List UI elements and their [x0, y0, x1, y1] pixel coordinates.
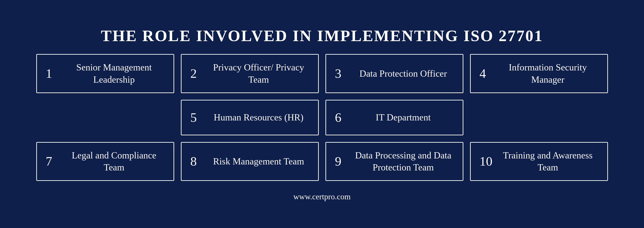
- card-5: 5 Human Resources (HR): [181, 100, 319, 135]
- card-7-label: Legal and Compliance Team: [64, 149, 164, 174]
- card-9-label: Data Processing and Data Protection Team: [353, 149, 454, 174]
- website-url: www.certpro.com: [294, 192, 351, 201]
- card-7-number: 7: [46, 155, 59, 168]
- card-3-number: 3: [335, 67, 348, 80]
- card-2-label: Privacy Officer/ Privacy Team: [208, 61, 309, 86]
- card-1: 1 Senior Management Leadership: [36, 54, 174, 93]
- card-3-label: Data Protection Officer: [353, 68, 454, 80]
- card-1-label: Senior Management Leadership: [64, 61, 164, 86]
- row-3: 7 Legal and Compliance Team 8 Risk Manag…: [22, 142, 622, 181]
- card-9-number: 9: [335, 155, 348, 168]
- card-4-label: Information Security Manager: [498, 61, 598, 86]
- card-5-number: 5: [190, 111, 204, 124]
- card-8-label: Risk Management Team: [208, 155, 309, 168]
- card-9: 9 Data Processing and Data Protection Te…: [326, 142, 463, 181]
- card-1-number: 1: [46, 67, 59, 80]
- row-2: 5 Human Resources (HR) 6 IT Department: [22, 100, 622, 135]
- card-6-number: 6: [335, 111, 348, 124]
- card-10: 10 Training and Awareness Team: [470, 142, 608, 181]
- card-4: 4 Information Security Manager: [470, 54, 608, 93]
- grid-section: 1 Senior Management Leadership 2 Privacy…: [22, 54, 622, 181]
- card-10-number: 10: [480, 155, 493, 168]
- card-6-label: IT Department: [353, 111, 454, 124]
- card-5-label: Human Resources (HR): [208, 111, 309, 124]
- card-8: 8 Risk Management Team: [181, 142, 319, 181]
- card-7: 7 Legal and Compliance Team: [36, 142, 174, 181]
- card-10-label: Training and Awareness Team: [498, 149, 598, 174]
- card-3: 3 Data Protection Officer: [326, 54, 463, 93]
- row-1: 1 Senior Management Leadership 2 Privacy…: [22, 54, 622, 93]
- main-container: THE ROLE INVOLVED IN IMPLEMENTING ISO 27…: [22, 27, 622, 201]
- card-4-number: 4: [480, 67, 493, 80]
- card-6: 6 IT Department: [326, 100, 463, 135]
- card-2-number: 2: [190, 67, 204, 80]
- page-title: THE ROLE INVOLVED IN IMPLEMENTING ISO 27…: [101, 27, 543, 45]
- card-2: 2 Privacy Officer/ Privacy Team: [181, 54, 319, 93]
- card-8-number: 8: [190, 155, 204, 168]
